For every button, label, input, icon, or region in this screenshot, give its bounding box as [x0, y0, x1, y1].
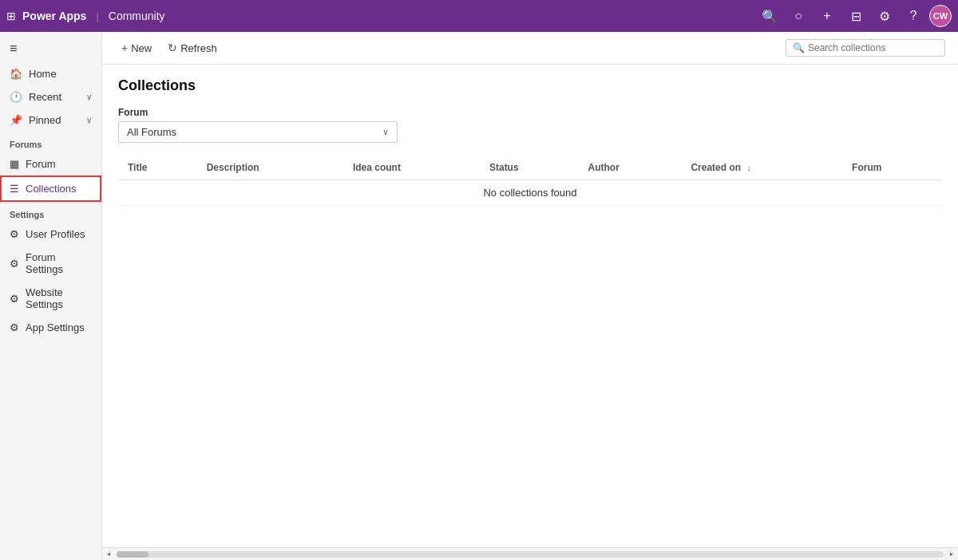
forum-settings-icon: ⚙ [10, 258, 19, 270]
content-area: + New ↻ Refresh 🔍 Collections Forum All … [102, 32, 958, 560]
help-button[interactable]: ? [901, 3, 926, 29]
sidebar-item-app-settings[interactable]: ⚙ App Settings [0, 316, 101, 339]
toolbar: + New ↻ Refresh 🔍 [102, 32, 958, 65]
refresh-button[interactable]: ↻ Refresh [161, 38, 224, 57]
sidebar-item-pinned[interactable]: 📌 Pinned ∨ [0, 108, 101, 132]
sidebar-item-website-settings-label: Website Settings [26, 286, 92, 310]
page-title: Collections [118, 77, 942, 94]
collections-icon: ☰ [10, 183, 19, 195]
home-icon: 🏠 [10, 68, 22, 80]
forum-filter-chevron-icon: ∨ [382, 127, 389, 137]
sort-desc-icon: ↓ [746, 164, 750, 172]
scrollbar-thumb[interactable] [117, 551, 148, 558]
sidebar-item-user-profiles[interactable]: ⚙ User Profiles [0, 223, 101, 246]
filter-button[interactable]: ⊟ [843, 3, 869, 29]
col-description: Description [197, 156, 343, 180]
pinned-icon: 📌 [10, 114, 22, 126]
sidebar-item-forum[interactable]: ▦ Forum [0, 152, 101, 175]
col-forum: Forum [842, 156, 942, 180]
topbar-section: Community [109, 10, 165, 22]
main-layout: ≡ 🏠 Home 🕐 Recent ∨ 📌 Pinned ∨ Forums ▦ … [0, 32, 958, 560]
add-button[interactable]: + [814, 3, 840, 29]
sidebar-item-recent[interactable]: 🕐 Recent ∨ [0, 85, 101, 108]
scroll-left-icon[interactable]: ◂ [102, 548, 115, 561]
sidebar-item-recent-label: Recent [29, 91, 61, 103]
brand-name: Power Apps [22, 10, 86, 22]
scrollbar-track[interactable] [117, 551, 944, 558]
refresh-label: Refresh [180, 42, 217, 54]
search-input[interactable] [808, 42, 938, 53]
forums-section-label: Forums [0, 132, 101, 152]
new-button[interactable]: + New [115, 38, 158, 57]
col-created-on[interactable]: Created on ↓ [681, 156, 842, 180]
topbar: ⊞ Power Apps | Community 🔍 ○ + ⊟ ⚙ ? CW [0, 0, 958, 32]
avatar[interactable]: CW [929, 5, 952, 27]
search-button[interactable]: 🔍 [757, 3, 782, 29]
sidebar-item-collections[interactable]: ☰ Collections [0, 175, 101, 202]
table-header: Title Description Idea count Status [118, 156, 942, 180]
settings-button[interactable]: ⚙ [872, 3, 897, 29]
empty-row: No collections found [118, 180, 942, 206]
forum-filter-select[interactable]: All Forums ∨ [118, 121, 398, 143]
sidebar-item-website-settings[interactable]: ⚙ Website Settings [0, 281, 101, 316]
col-status: Status [480, 156, 579, 180]
page-content: Collections Forum All Forums ∨ Title [102, 65, 958, 547]
forum-filter-value: All Forums [127, 126, 176, 138]
col-author: Author [579, 156, 682, 180]
collections-table: Title Description Idea count Status [118, 156, 942, 206]
check-button[interactable]: ○ [786, 3, 811, 29]
topbar-left: ⊞ Power Apps | Community [6, 10, 165, 22]
forum-icon: ▦ [10, 158, 19, 170]
forum-filter-section: Forum All Forums ∨ [118, 107, 942, 143]
table-container: Title Description Idea count Status [118, 156, 942, 534]
search-icon: 🔍 [793, 42, 805, 53]
sidebar-item-forum-label: Forum [26, 158, 56, 170]
pinned-chevron-icon: ∨ [86, 116, 92, 124]
col-idea-count: Idea count [343, 156, 480, 180]
sidebar-item-collections-label: Collections [26, 183, 77, 195]
refresh-icon: ↻ [168, 41, 177, 54]
recent-chevron-icon: ∨ [86, 93, 92, 101]
settings-section-label: Settings [0, 202, 101, 223]
sidebar: ≡ 🏠 Home 🕐 Recent ∨ 📌 Pinned ∨ Forums ▦ … [0, 32, 102, 560]
sidebar-item-forum-settings[interactable]: ⚙ Forum Settings [0, 246, 101, 281]
forum-filter-label: Forum [118, 107, 942, 118]
new-icon: + [121, 41, 128, 54]
table-header-row: Title Description Idea count Status [118, 156, 942, 180]
new-label: New [131, 42, 152, 54]
topbar-right: 🔍 ○ + ⊟ ⚙ ? CW [757, 3, 952, 29]
user-profiles-icon: ⚙ [10, 228, 19, 240]
topbar-divider: | [96, 10, 98, 22]
sidebar-item-forum-settings-label: Forum Settings [26, 251, 92, 275]
app-settings-icon: ⚙ [10, 321, 19, 333]
sidebar-item-home-label: Home [29, 68, 57, 80]
sidebar-item-home[interactable]: 🏠 Home [0, 62, 101, 85]
website-settings-icon: ⚙ [10, 293, 19, 305]
recent-icon: 🕐 [10, 91, 22, 103]
hamburger-icon[interactable]: ≡ [0, 35, 101, 62]
grid-icon[interactable]: ⊞ [6, 10, 16, 22]
col-title: Title [118, 156, 197, 180]
table-body: No collections found [118, 180, 942, 206]
sidebar-item-app-settings-label: App Settings [26, 321, 85, 333]
search-box[interactable]: 🔍 [786, 39, 945, 57]
scroll-right-icon[interactable]: ▸ [945, 548, 958, 561]
empty-message: No collections found [118, 180, 942, 206]
sidebar-item-user-profiles-label: User Profiles [26, 228, 85, 240]
sidebar-item-pinned-label: Pinned [29, 114, 61, 126]
bottom-scrollbar[interactable]: ◂ ▸ [102, 547, 958, 560]
